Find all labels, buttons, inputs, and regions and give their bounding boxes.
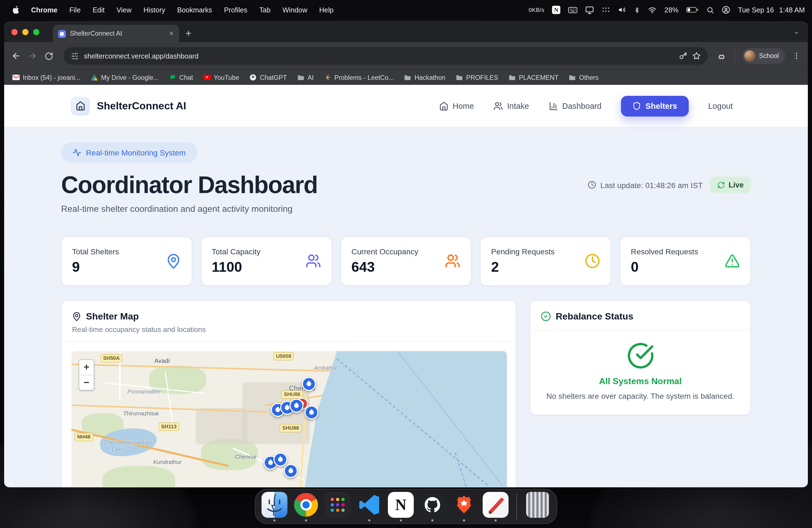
bookmark-folder-placement[interactable]: PLACEMENT xyxy=(508,74,559,81)
live-badge[interactable]: Live xyxy=(710,177,751,193)
bookmark-gmail[interactable]: Inbox (54) - joeani... xyxy=(12,74,81,81)
site-settings-icon[interactable] xyxy=(71,52,79,60)
bookmark-chatgpt[interactable]: ChatGPT xyxy=(249,74,287,81)
volume-icon[interactable] xyxy=(618,6,626,14)
bluetooth-icon[interactable] xyxy=(634,6,640,14)
menu-history[interactable]: History xyxy=(144,6,165,14)
page-title: Coordinator Dashboard xyxy=(61,172,318,199)
new-tab-button[interactable]: + xyxy=(185,27,191,39)
menu-file[interactable]: File xyxy=(69,6,81,14)
close-window-button[interactable] xyxy=(11,29,18,35)
shelter-marker[interactable] xyxy=(273,453,288,467)
profile-chip[interactable]: School xyxy=(742,48,785,63)
zoom-in-button[interactable]: + xyxy=(79,360,94,375)
stat-label: Resolved Requests xyxy=(631,247,698,256)
bookmark-folder-others[interactable]: Others xyxy=(569,74,599,81)
nav-home[interactable]: Home xyxy=(439,101,474,111)
road-label: NH48 xyxy=(75,433,93,441)
bookmark-drive[interactable]: My Drive - Google... xyxy=(91,74,159,81)
tab-close-icon[interactable]: ✕ xyxy=(169,30,174,37)
google-drive-icon xyxy=(91,74,98,81)
shelter-marker[interactable] xyxy=(302,377,316,391)
monitoring-badge-label: Real-time Monitoring System xyxy=(86,148,186,157)
nav-dashboard-label: Dashboard xyxy=(562,101,601,111)
nav-shelters-button[interactable]: Shelters xyxy=(621,96,688,116)
stats-row: Total Shelters 9 Total Capacity 1100 xyxy=(61,237,751,286)
menu-window[interactable]: Window xyxy=(282,6,307,14)
menu-help[interactable]: Help xyxy=(319,6,334,14)
fullscreen-window-button[interactable] xyxy=(33,29,40,35)
alert-triangle-icon xyxy=(724,253,740,269)
bookmark-chat[interactable]: Chat xyxy=(169,74,193,81)
reload-icon[interactable] xyxy=(44,52,53,60)
clock-icon xyxy=(588,181,596,189)
menu-date[interactable]: Tue Sep 16 xyxy=(738,6,774,14)
nav-dashboard[interactable]: Dashboard xyxy=(549,101,601,111)
bookmarks-bar: Inbox (54) - joeani... My Drive - Google… xyxy=(4,69,808,85)
password-key-icon[interactable] xyxy=(679,52,687,60)
menu-profiles[interactable]: Profiles xyxy=(224,6,247,14)
trash-dock-icon[interactable] xyxy=(526,492,549,517)
vscode-dock-icon[interactable] xyxy=(356,492,382,517)
tab-search-chevron-icon[interactable]: ⌄ xyxy=(793,27,800,36)
annotation-app-dock-icon[interactable] xyxy=(483,492,509,517)
battery-percent: 28% xyxy=(665,6,679,14)
wifi-icon[interactable] xyxy=(648,6,657,13)
github-dock-icon[interactable] xyxy=(420,492,446,517)
stat-label: Current Occupancy xyxy=(351,247,418,256)
shelter-marker[interactable] xyxy=(284,464,298,478)
users-icon xyxy=(494,101,503,111)
shelter-marker[interactable] xyxy=(305,406,319,420)
battery-icon[interactable] xyxy=(686,6,699,13)
menu-clock[interactable]: 1:48 AM xyxy=(779,6,805,14)
menu-bookmarks[interactable]: Bookmarks xyxy=(177,6,212,14)
nav-logout[interactable]: Logout xyxy=(708,101,733,111)
folder-icon xyxy=(508,74,516,81)
user-switch-icon[interactable] xyxy=(722,6,730,14)
zoom-out-button[interactable]: − xyxy=(79,375,94,390)
dots-grid-icon[interactable] xyxy=(602,6,610,13)
finder-dock-icon[interactable] xyxy=(262,492,288,517)
menu-app-name[interactable]: Chrome xyxy=(31,6,58,14)
extensions-puzzle-icon[interactable] xyxy=(718,52,727,60)
stat-value: 0 xyxy=(631,259,698,275)
network-speed[interactable]: 0KB/s xyxy=(528,6,545,13)
nav-intake[interactable]: Intake xyxy=(494,101,529,111)
folder-icon xyxy=(456,74,463,81)
menu-tab[interactable]: Tab xyxy=(259,6,271,14)
bookmark-leetcode[interactable]: Problems - LeetCo... xyxy=(324,74,394,81)
browser-tab[interactable]: ShelterConnect AI ✕ xyxy=(53,25,179,43)
macos-menu-bar: Chrome File Edit View History Bookmarks … xyxy=(0,0,812,19)
address-bar[interactable]: shelterconnect.vercel.app/dashboard xyxy=(64,47,708,65)
map-pin-icon xyxy=(166,253,181,269)
bookmark-youtube[interactable]: YouTube xyxy=(203,74,239,81)
url-text: shelterconnect.vercel.app/dashboard xyxy=(84,52,199,60)
brave-dock-icon[interactable] xyxy=(451,492,477,517)
apple-icon[interactable] xyxy=(11,5,19,15)
bookmark-folder-ai[interactable]: AI xyxy=(297,74,314,81)
display-icon[interactable] xyxy=(585,6,594,14)
folder-icon xyxy=(569,74,576,81)
keyboard-icon[interactable] xyxy=(568,6,578,13)
back-icon[interactable] xyxy=(11,52,21,61)
bookmark-star-icon[interactable] xyxy=(692,52,700,60)
map-urban-area xyxy=(196,408,248,444)
stat-resolved-requests: Resolved Requests 0 xyxy=(620,237,751,286)
browser-menu-kebab-icon[interactable] xyxy=(793,52,801,60)
minimize-window-button[interactable] xyxy=(23,29,29,35)
bookmark-folder-profiles[interactable]: PROFILES xyxy=(456,74,498,81)
shelter-marker[interactable] xyxy=(289,399,304,413)
stat-total-shelters: Total Shelters 9 xyxy=(61,237,192,286)
launchpad-dock-icon[interactable] xyxy=(325,492,351,517)
stat-label: Pending Requests xyxy=(491,247,555,256)
chrome-dock-icon[interactable] xyxy=(293,492,319,517)
menu-edit[interactable]: Edit xyxy=(92,6,105,14)
bookmark-folder-hackathon[interactable]: Hackathon xyxy=(404,74,446,81)
spotlight-search-icon[interactable] xyxy=(707,6,714,14)
desktop: Chrome File Edit View History Bookmarks … xyxy=(0,0,812,528)
forward-icon[interactable] xyxy=(28,52,37,61)
notion-dock-icon[interactable]: N xyxy=(388,492,414,517)
shelter-map[interactable]: SH50A Avadi Ambattur U5008 Poonamallee S… xyxy=(72,351,507,487)
menu-view[interactable]: View xyxy=(117,6,131,14)
notion-menu-icon[interactable]: N xyxy=(552,6,561,14)
